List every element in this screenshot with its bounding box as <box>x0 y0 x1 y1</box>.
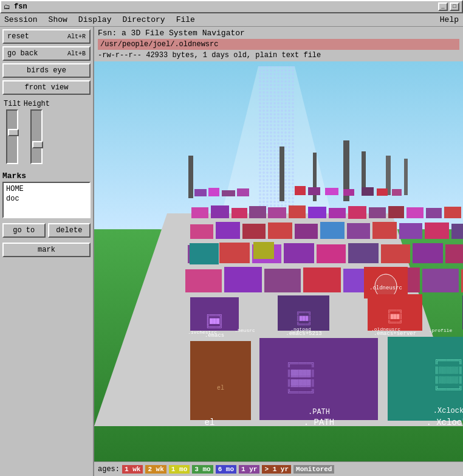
age-badge-6mo: 6 mo <box>216 465 236 474</box>
tilt-height-area: Tilt Height <box>2 97 91 167</box>
height-label: Height <box>24 100 50 108</box>
svg-text:╔═══╗: ╔═══╗ <box>297 309 311 316</box>
svg-text:║▓▓▓▓▓║: ║▓▓▓▓▓║ <box>287 379 315 387</box>
age-badge-1wk: 1 wk <box>122 465 143 474</box>
tilt-slider[interactable] <box>6 109 18 164</box>
svg-text:╔═══╗: ╔═══╗ <box>388 308 402 314</box>
3d-viewport[interactable]: .oldneusrc ╔═══╗ ║███║ ╚═══╝ .emacs ╔═══… <box>94 61 463 461</box>
age-badge-1yr: 1 yr <box>239 465 259 474</box>
svg-rect-57 <box>413 243 443 263</box>
minimize-button[interactable]: _ <box>438 2 448 11</box>
svg-text:.ivchestrc: .ivchestrc <box>188 329 217 335</box>
mark-item-doc[interactable]: doc <box>5 194 88 204</box>
reset-button[interactable]: reset Alt+R <box>2 29 91 44</box>
app-icon: 🗂 <box>4 3 10 11</box>
info-area: Fsn: a 3D File System Navigator /usr/peo… <box>94 27 463 61</box>
svg-text:. PATH: . PATH <box>304 418 334 427</box>
svg-rect-39 <box>190 224 213 239</box>
svg-rect-35 <box>388 206 404 218</box>
age-badge-gt1yr: > 1 yr <box>262 465 291 474</box>
svg-rect-26 <box>211 205 229 218</box>
svg-rect-58 <box>445 244 463 263</box>
svg-text:.oldneusrc: .oldneusrc <box>369 285 402 291</box>
age-badge-monitored: Monitored <box>293 465 334 474</box>
menu-help[interactable]: Help <box>438 15 461 25</box>
menu-directory[interactable]: Directory <box>120 15 166 25</box>
svg-text:║▓▓▓▓▓║: ║▓▓▓▓▓║ <box>287 369 315 378</box>
svg-rect-42 <box>268 222 292 239</box>
height-slider[interactable] <box>30 109 43 164</box>
front-view-button[interactable]: front view <box>2 80 91 95</box>
menu-file[interactable]: File <box>174 15 197 25</box>
svg-text:.Xclock: .Xclock <box>433 407 463 415</box>
mark-button-area: mark <box>2 243 91 257</box>
tilt-slider-group: Tilt <box>4 100 21 164</box>
svg-rect-47 <box>399 223 422 239</box>
svg-rect-67 <box>422 269 459 292</box>
svg-rect-7 <box>188 156 193 198</box>
svg-rect-62 <box>224 267 262 292</box>
age-prefix: ages: <box>98 465 120 474</box>
svg-rect-8 <box>280 147 284 201</box>
menu-display[interactable]: Display <box>77 15 114 25</box>
go-back-button[interactable]: go back Alt+B <box>2 46 91 61</box>
menubar: Session Show Display Directory File Help <box>0 13 463 27</box>
titlebar-left: 🗂 fsn <box>4 2 27 11</box>
svg-text:el: el <box>217 385 224 391</box>
svg-rect-14 <box>194 189 207 196</box>
mark-button[interactable]: mark <box>2 243 91 257</box>
svg-rect-92 <box>190 341 251 420</box>
svg-text:║▒▒▒▒▒║: ║▒▒▒▒▒║ <box>434 366 462 374</box>
svg-text:.ngtpad: .ngtpad <box>290 326 311 332</box>
svg-text:╔═════╗: ╔═════╗ <box>434 357 462 365</box>
svg-rect-40 <box>216 222 240 239</box>
svg-rect-31 <box>308 207 326 218</box>
svg-text:║▒▒▒▒▒║: ║▒▒▒▒▒║ <box>434 376 462 384</box>
menu-show[interactable]: Show <box>47 15 69 25</box>
mark-item-home[interactable]: HOME <box>5 184 88 194</box>
birds-eye-button[interactable]: birds eye <box>2 63 91 78</box>
svg-rect-61 <box>185 269 222 292</box>
tilt-thumb[interactable] <box>8 129 19 136</box>
svg-rect-21 <box>343 189 354 196</box>
svg-rect-48 <box>425 222 449 239</box>
svg-rect-56 <box>381 244 410 263</box>
marks-section: Marks HOME doc <box>2 171 91 218</box>
svg-text:el: el <box>205 418 215 427</box>
svg-rect-37 <box>426 208 442 218</box>
file-path: /usr/people/joel/.oldnewsrc <box>98 39 459 50</box>
svg-text:.heusrc: .heusrc <box>235 328 255 333</box>
svg-rect-64 <box>303 267 341 292</box>
menu-session[interactable]: Session <box>2 15 39 25</box>
svg-rect-28 <box>249 206 266 218</box>
svg-rect-15 <box>208 188 219 196</box>
titlebar-title: fsn <box>14 2 27 11</box>
svg-text:║███║: ║███║ <box>388 314 402 320</box>
main-layout: reset Alt+R go back Alt+B birds eye fron… <box>0 27 463 476</box>
svg-rect-43 <box>295 224 318 239</box>
svg-rect-44 <box>320 222 345 239</box>
svg-text:╔═══╗: ╔═══╗ <box>206 312 222 319</box>
goto-button[interactable]: go to <box>2 223 46 238</box>
svg-rect-30 <box>289 205 306 218</box>
svg-rect-34 <box>369 207 386 218</box>
svg-rect-24 <box>392 189 402 196</box>
svg-rect-19 <box>308 187 320 195</box>
height-thumb[interactable] <box>32 141 43 148</box>
svg-rect-16 <box>222 190 235 196</box>
svg-rect-36 <box>406 207 424 218</box>
maximize-button[interactable]: □ <box>450 2 459 11</box>
svg-rect-55 <box>348 243 379 263</box>
svg-rect-45 <box>347 223 370 239</box>
svg-text:╚═══╝: ╚═══╝ <box>388 320 402 325</box>
svg-rect-33 <box>348 206 366 219</box>
svg-rect-23 <box>377 188 388 196</box>
svg-rect-32 <box>329 208 346 218</box>
age-badge-2wk: 2 wk <box>145 465 166 474</box>
left-panel: reset Alt+R go back Alt+B birds eye fron… <box>0 27 94 476</box>
delete-button[interactable]: delete <box>48 223 91 238</box>
svg-rect-17 <box>237 188 249 196</box>
svg-rect-46 <box>372 222 397 239</box>
marks-label: Marks <box>2 171 91 181</box>
svg-rect-41 <box>242 224 266 239</box>
